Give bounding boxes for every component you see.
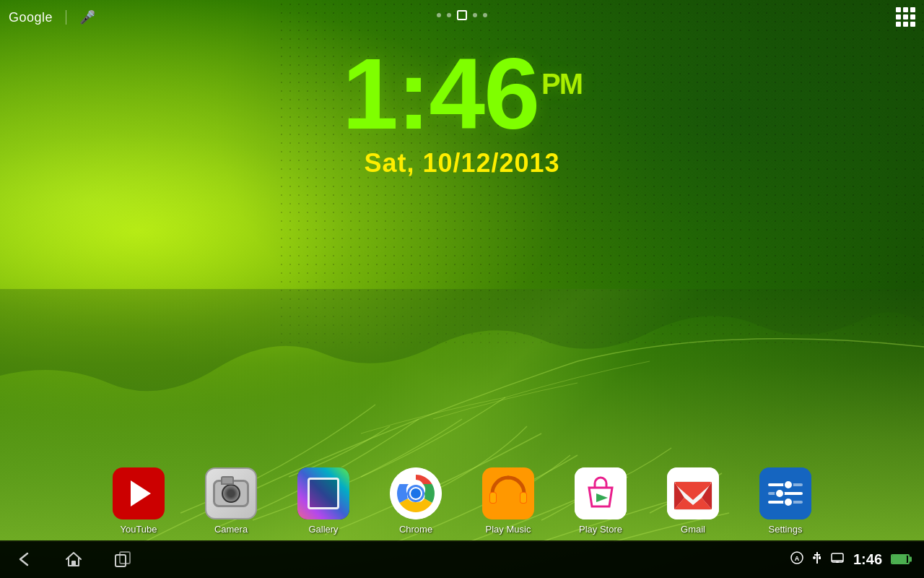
svg-rect-27 — [71, 561, 76, 566]
page-indicators — [437, 10, 487, 20]
page-dot-5[interactable] — [483, 13, 487, 17]
chrome-icon — [390, 467, 442, 519]
screenshot-icon — [830, 551, 845, 568]
chrome-label: Chrome — [399, 524, 432, 535]
usb-icon — [810, 551, 824, 568]
app-icon-chrome[interactable]: Chrome — [370, 467, 462, 535]
camera-label: Camera — [214, 524, 248, 535]
google-logo[interactable]: Google 🎤 — [9, 9, 95, 25]
clock-widget: 1:46PM Sat, 10/12/2013 — [342, 43, 582, 178]
gallery-inner — [297, 467, 349, 519]
svg-text:A: A — [795, 555, 800, 562]
status-icons: A — [790, 551, 845, 569]
nav-clock: 1:46 — [853, 551, 882, 568]
gmail-icon — [667, 467, 719, 519]
home-button[interactable] — [64, 549, 84, 569]
google-text: Google — [9, 10, 53, 25]
page-dot-4[interactable] — [473, 13, 477, 17]
back-button[interactable] — [14, 549, 35, 569]
svg-rect-35 — [819, 556, 821, 559]
svg-rect-7 — [520, 493, 526, 503]
battery-icon — [891, 554, 910, 564]
page-dot-1[interactable] — [437, 13, 441, 17]
svg-point-25 — [775, 489, 784, 498]
youtube-icon — [113, 467, 165, 519]
gmail-label: Gmail — [681, 524, 705, 535]
svg-rect-21 — [783, 492, 803, 495]
svg-point-26 — [784, 498, 793, 506]
clock-period: PM — [541, 68, 582, 100]
clock-time-value: 1:46 — [342, 37, 539, 150]
camera-icon — [205, 467, 257, 519]
svg-rect-6 — [490, 493, 496, 503]
gallery-frame — [308, 478, 339, 509]
playstore-icon — [575, 467, 627, 519]
top-bar: Google 🎤 — [0, 0, 924, 35]
playmusic-label: Play Music — [486, 524, 531, 535]
svg-point-3 — [411, 488, 421, 499]
divider — [66, 10, 66, 25]
clock-date: Sat, 10/12/2013 — [342, 148, 582, 178]
page-dot-2[interactable] — [447, 13, 451, 17]
youtube-label: YouTube — [120, 524, 157, 535]
gallery-icon — [297, 467, 349, 519]
nav-right: A 1:46 — [790, 551, 910, 569]
app-icon-youtube[interactable]: YouTube — [92, 467, 185, 535]
app-icon-playstore[interactable]: Play Store — [554, 467, 647, 535]
playstore-label: Play Store — [579, 524, 622, 535]
app-icon-settings[interactable]: Settings — [739, 467, 832, 535]
mic-icon[interactable]: 🎤 — [79, 9, 95, 25]
svg-point-24 — [784, 480, 793, 489]
app-icon-camera[interactable]: Camera — [185, 467, 277, 535]
battery-fill — [892, 556, 907, 563]
all-apps-button[interactable] — [896, 7, 915, 27]
recents-button[interactable] — [113, 549, 133, 569]
app-icon-playmusic[interactable]: Play Music — [462, 467, 554, 535]
nav-left — [14, 549, 133, 569]
gallery-label: Gallery — [308, 524, 338, 535]
page-dot-3-active[interactable] — [457, 10, 467, 20]
svg-rect-8 — [575, 467, 627, 519]
clock-time: 1:46PM — [342, 43, 582, 144]
app-dock: YouTube Camera Gallery — [0, 461, 924, 540]
playmusic-icon — [482, 467, 534, 519]
svg-point-34 — [813, 556, 816, 559]
settings-label: Settings — [769, 524, 803, 535]
svg-rect-38 — [836, 561, 839, 563]
settings-icon — [759, 467, 811, 519]
android-icon: A — [790, 551, 804, 569]
app-icon-gmail[interactable]: Gmail — [647, 467, 739, 535]
app-icon-gallery[interactable]: Gallery — [277, 467, 370, 535]
camera-inner — [213, 480, 249, 507]
nav-bar: A 1:46 — [0, 540, 924, 578]
